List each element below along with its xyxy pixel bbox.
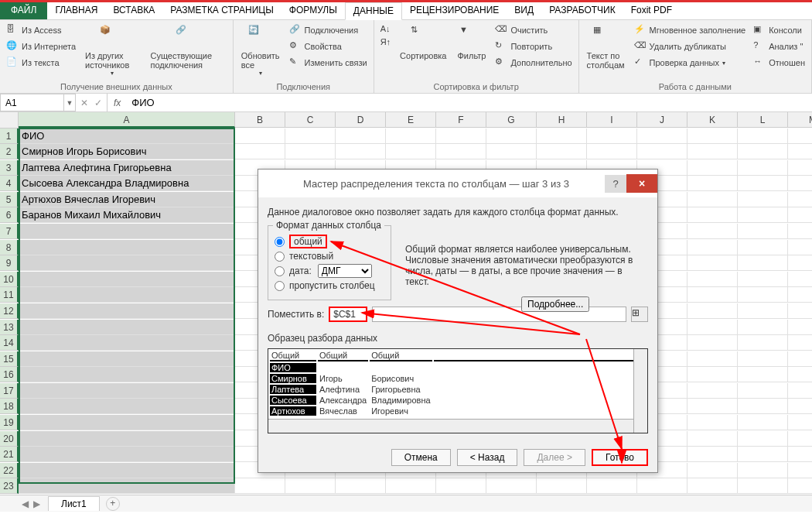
cell-F1[interactable]: [436, 128, 486, 144]
existing-conn-button[interactable]: 🔗Существующие подключения: [147, 23, 227, 71]
row-header-14[interactable]: 14: [0, 335, 19, 351]
cell-K6[interactable]: [687, 207, 738, 223]
cell-M8[interactable]: [788, 240, 812, 255]
from-web-button[interactable]: 🌐Из Интернета: [5, 39, 77, 53]
cell-M20[interactable]: [788, 431, 812, 447]
name-box-dropdown[interactable]: ▼: [63, 94, 76, 111]
dialog-help-button[interactable]: ?: [605, 175, 626, 193]
cell-M23[interactable]: [788, 478, 812, 494]
row-header-17[interactable]: 17: [0, 383, 19, 399]
cell-A18[interactable]: [19, 399, 235, 414]
cell-K19[interactable]: [687, 415, 738, 430]
cell-A19[interactable]: [19, 415, 235, 430]
cell-K5[interactable]: [687, 192, 738, 207]
edit-links-button[interactable]: ✎Изменить связи: [288, 56, 369, 70]
other-sources-button[interactable]: 📦Из других источников▾: [82, 23, 142, 78]
advanced-filter-button[interactable]: ⚙Дополнительно: [493, 56, 573, 70]
data-valid-button[interactable]: ✓Проверка данных ▾: [633, 56, 748, 70]
cell-K3[interactable]: [687, 160, 738, 176]
cell-M4[interactable]: [788, 176, 812, 191]
row-header-23[interactable]: 23: [0, 478, 19, 494]
cell-K15[interactable]: [687, 351, 738, 367]
cell-K7[interactable]: [687, 224, 738, 239]
cell-L3[interactable]: [738, 160, 788, 176]
remove-dup-button[interactable]: ⌫Удалить дубликаты: [633, 39, 748, 53]
col-header-A[interactable]: A: [19, 112, 235, 128]
cell-E1[interactable]: [386, 128, 436, 144]
fx-icon[interactable]: fx: [107, 94, 127, 111]
from-text-button[interactable]: 📄Из текста: [5, 56, 77, 70]
cell-L13[interactable]: [738, 320, 788, 335]
cell-K11[interactable]: [687, 287, 738, 303]
cell-A1[interactable]: ФИО: [19, 128, 235, 144]
cell-A4[interactable]: Сысоева Александра Владмировна: [19, 176, 235, 191]
col-header-C[interactable]: C: [285, 112, 336, 128]
col-header-M[interactable]: M: [788, 112, 812, 128]
preview-hscroll[interactable]: [268, 419, 633, 433]
back-button[interactable]: < Назад: [457, 449, 518, 466]
cell-G1[interactable]: [486, 128, 537, 144]
sort-za-button[interactable]: Я↑: [379, 36, 392, 47]
row-header-1[interactable]: 1: [0, 128, 19, 144]
cell-J2[interactable]: [637, 144, 687, 159]
col-header-J[interactable]: J: [637, 112, 687, 128]
row-header-22[interactable]: 22: [0, 463, 19, 478]
radio-skip-label[interactable]: пропустить столбец: [289, 280, 375, 291]
cell-M2[interactable]: [788, 144, 812, 159]
select-all-corner[interactable]: [0, 112, 19, 128]
tab-data[interactable]: ДАННЫЕ: [345, 2, 402, 20]
cell-A12[interactable]: [19, 303, 235, 319]
cell-K22[interactable]: [687, 463, 738, 478]
cell-A10[interactable]: [19, 272, 235, 287]
cell-A5[interactable]: Артюхов Вячеслав Игоревич: [19, 192, 235, 207]
cell-M6[interactable]: [788, 207, 812, 223]
cell-L18[interactable]: [738, 399, 788, 414]
consolidate-button[interactable]: ▣Консоли: [752, 23, 807, 37]
ws-nav-next[interactable]: ▶: [33, 498, 40, 509]
cell-M19[interactable]: [788, 415, 812, 430]
cell-G2[interactable]: [486, 144, 537, 159]
row-header-4[interactable]: 4: [0, 176, 19, 191]
cell-L20[interactable]: [738, 431, 788, 447]
ref-select-button[interactable]: ⊞: [631, 307, 648, 322]
tab-view[interactable]: ВИД: [507, 2, 541, 19]
cell-L15[interactable]: [738, 351, 788, 367]
cell-D23[interactable]: [336, 478, 386, 494]
cell-C1[interactable]: [285, 128, 336, 144]
radio-text[interactable]: [275, 252, 285, 262]
cell-H2[interactable]: [537, 144, 587, 159]
text-to-columns-button[interactable]: ▦Текст по столбцам: [584, 23, 628, 71]
cell-L1[interactable]: [738, 128, 788, 144]
dialog-close-button[interactable]: ×: [626, 174, 657, 193]
ws-nav-prev[interactable]: ◀: [22, 498, 29, 509]
cell-A21[interactable]: [19, 447, 235, 462]
cell-I1[interactable]: [587, 128, 637, 144]
cell-L6[interactable]: [738, 207, 788, 223]
more-button[interactable]: Подробнее...: [521, 296, 589, 312]
radio-date[interactable]: [275, 266, 285, 276]
properties-button[interactable]: ⚙Свойства: [288, 39, 369, 53]
row-header-20[interactable]: 20: [0, 431, 19, 447]
name-box[interactable]: A1: [0, 94, 63, 111]
radio-skip[interactable]: [275, 281, 285, 291]
cell-K12[interactable]: [687, 303, 738, 319]
cell-C23[interactable]: [285, 478, 336, 494]
col-header-B[interactable]: B: [235, 112, 285, 128]
relations-button[interactable]: ↔Отношен: [752, 56, 807, 70]
cell-A13[interactable]: [19, 320, 235, 335]
cell-A8[interactable]: [19, 240, 235, 255]
cell-A23[interactable]: [19, 478, 235, 494]
whatif-button[interactable]: ?Анализ ": [752, 39, 807, 53]
cell-M16[interactable]: [788, 367, 812, 382]
cell-H1[interactable]: [537, 128, 587, 144]
col-header-H[interactable]: H: [537, 112, 587, 128]
finish-button[interactable]: Готово: [592, 449, 648, 466]
cell-L10[interactable]: [738, 272, 788, 287]
formula-input[interactable]: ФИО: [127, 94, 812, 111]
row-header-13[interactable]: 13: [0, 320, 19, 335]
cell-L4[interactable]: [738, 176, 788, 191]
cell-K2[interactable]: [687, 144, 738, 159]
row-header-8[interactable]: 8: [0, 240, 19, 255]
radio-general-label[interactable]: общий: [289, 235, 327, 248]
cell-M21[interactable]: [788, 447, 812, 462]
